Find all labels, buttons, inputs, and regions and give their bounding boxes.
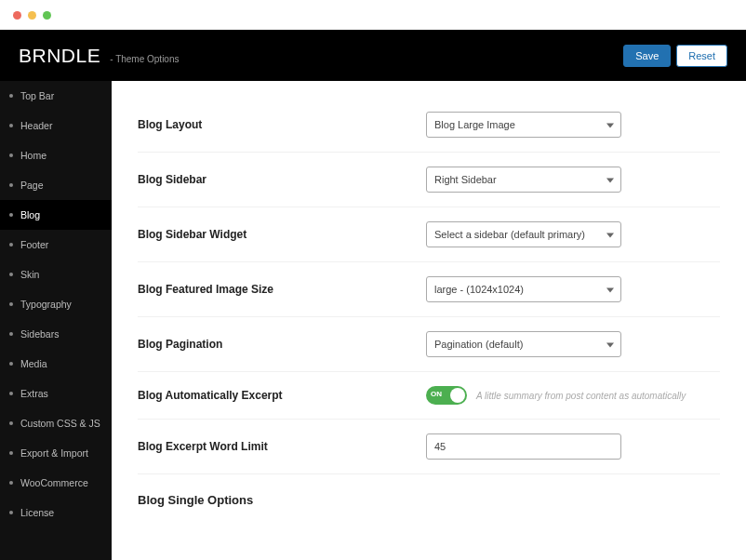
field-label: Blog Automatically Excerpt (138, 389, 426, 402)
blog-sidebar-widget-select[interactable]: Select a sidebar (default primary) (426, 221, 621, 247)
sidebar-item-header[interactable]: Header (0, 111, 112, 140)
sidebar-item-export-import[interactable]: Export & Import (0, 438, 112, 468)
bullet-icon (9, 481, 13, 485)
field-label: Blog Pagination (138, 338, 426, 351)
field-label: Blog Featured Image Size (138, 283, 426, 296)
sidebar-item-label: Header (20, 120, 52, 131)
excerpt-limit-input[interactable] (426, 433, 621, 460)
field-control: ON A little summary from post content as… (426, 386, 720, 405)
toggle-on-label: ON (431, 390, 442, 398)
bullet-icon (9, 451, 13, 455)
bullet-icon (9, 302, 13, 306)
sidebar-item-label: Footer (20, 239, 48, 250)
field-control (426, 433, 720, 460)
sidebar-item-license[interactable]: License (0, 498, 112, 527)
sidebar-item-label: Top Bar (20, 90, 54, 101)
sidebar-nav: Top BarHeaderHomePageBlogFooterSkinTypog… (0, 81, 112, 560)
bullet-icon (9, 273, 13, 276)
close-window-dot[interactable] (13, 11, 21, 20)
toggle-description: A little summary from post content as au… (476, 391, 686, 401)
field-control: Select a sidebar (default primary) (426, 221, 720, 247)
field-auto-excerpt: Blog Automatically Excerpt ON A little s… (138, 372, 720, 420)
sidebar-item-label: Typography (20, 299, 72, 310)
bullet-icon (9, 392, 13, 395)
reset-button[interactable]: Reset (676, 45, 727, 67)
sidebar-item-label: Home (20, 150, 47, 161)
minimize-window-dot[interactable] (28, 11, 36, 20)
field-label: Blog Excerpt Word Limit (138, 440, 426, 453)
bullet-icon (9, 362, 13, 366)
sidebar-item-woocommerce[interactable]: WooCommerce (0, 468, 112, 498)
bullet-icon (9, 124, 13, 127)
bullet-icon (9, 213, 13, 217)
field-blog-pagination: Blog Pagination Pagination (default) (138, 317, 720, 372)
sidebar-item-typography[interactable]: Typography (0, 289, 112, 319)
sidebar-item-label: Export & Import (20, 447, 88, 459)
sidebar-item-media[interactable]: Media (0, 349, 112, 379)
field-blog-sidebar-widget: Blog Sidebar Widget Select a sidebar (de… (138, 207, 720, 262)
window-titlebar (0, 0, 746, 30)
sidebar-item-label: Sidebars (20, 328, 59, 340)
bullet-icon (9, 183, 13, 187)
blog-layout-select[interactable]: Blog Large Image (426, 112, 621, 138)
header-actions: Save Reset (623, 45, 727, 67)
sidebar-item-footer[interactable]: Footer (0, 230, 112, 260)
auto-excerpt-toggle[interactable]: ON (426, 386, 467, 405)
sidebar-item-extras[interactable]: Extras (0, 379, 112, 408)
sidebar-item-skin[interactable]: Skin (0, 260, 112, 289)
top-header: BRNDLE - Theme Options Save Reset (0, 30, 746, 81)
maximize-window-dot[interactable] (43, 11, 51, 20)
sidebar-item-label: Blog (20, 209, 40, 220)
field-blog-sidebar: Blog Sidebar Right Sidebar (138, 153, 720, 207)
featured-image-size-select[interactable]: large - (1024x1024) (426, 276, 621, 302)
field-excerpt-limit: Blog Excerpt Word Limit (138, 420, 720, 474)
field-label: Blog Sidebar (138, 173, 426, 186)
bullet-icon (9, 94, 13, 98)
sidebar-item-custom-css-js[interactable]: Custom CSS & JS (0, 408, 112, 438)
bullet-icon (9, 421, 13, 425)
blog-sidebar-select[interactable]: Right Sidebar (426, 167, 621, 193)
save-button[interactable]: Save (623, 45, 671, 67)
sidebar-item-label: WooCommerce (20, 477, 88, 488)
sidebar-item-label: Page (20, 180, 44, 191)
sidebar-item-top-bar[interactable]: Top Bar (0, 81, 112, 111)
field-featured-image-size: Blog Featured Image Size large - (1024x1… (138, 262, 720, 317)
brand-logo: BRNDLE (19, 45, 100, 67)
page-subtitle: - Theme Options (110, 54, 179, 64)
sidebar-item-blog[interactable]: Blog (0, 200, 112, 230)
sidebar-item-label: Custom CSS & JS (20, 418, 100, 429)
bullet-icon (9, 153, 13, 157)
toggle-knob (450, 388, 465, 403)
main-body: Top BarHeaderHomePageBlogFooterSkinTypog… (0, 81, 746, 560)
field-control: large - (1024x1024) (426, 276, 720, 302)
sidebar-item-label: Media (20, 358, 47, 369)
blog-pagination-select[interactable]: Pagination (default) (426, 331, 621, 357)
sidebar-item-sidebars[interactable]: Sidebars (0, 319, 112, 349)
field-label: Blog Sidebar Widget (138, 228, 426, 241)
bullet-icon (9, 332, 13, 336)
sidebar-item-home[interactable]: Home (0, 140, 112, 170)
field-control: Blog Large Image (426, 112, 720, 138)
content-panel: Blog Layout Blog Large Image Blog Sideba… (112, 81, 746, 560)
field-control: Right Sidebar (426, 167, 720, 193)
field-control: Pagination (default) (426, 331, 720, 357)
sidebar-item-label: Extras (20, 388, 48, 399)
sidebar-item-page[interactable]: Page (0, 170, 112, 200)
sidebar-item-label: License (20, 507, 54, 518)
section-blog-single-options: Blog Single Options (138, 474, 720, 514)
sidebar-item-label: Skin (20, 269, 39, 280)
bullet-icon (9, 243, 13, 247)
field-label: Blog Layout (138, 118, 426, 131)
header-left: BRNDLE - Theme Options (19, 45, 180, 67)
field-blog-layout: Blog Layout Blog Large Image (138, 98, 720, 153)
bullet-icon (9, 511, 13, 514)
